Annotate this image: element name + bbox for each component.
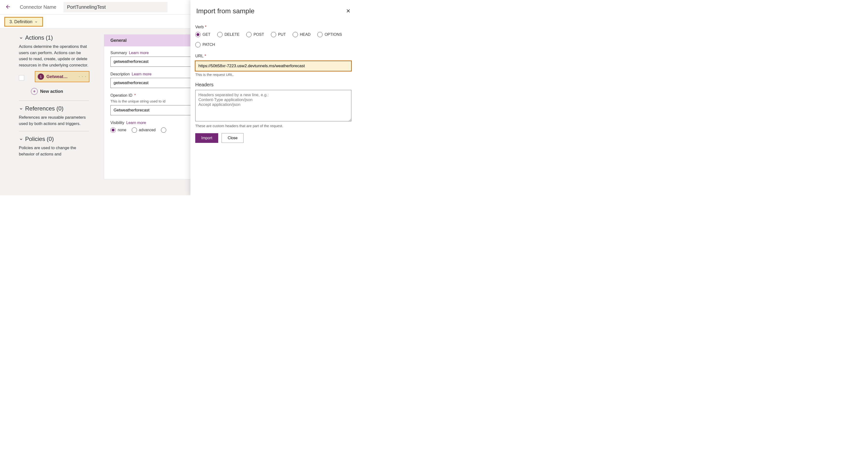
verb-label: DELETE	[224, 32, 240, 37]
verb-radio-post[interactable]: POST	[246, 32, 264, 37]
new-action-button[interactable]: + New action	[29, 87, 89, 96]
radio-icon	[317, 32, 322, 37]
policies-section-header[interactable]: Policies (0)	[19, 136, 89, 142]
radio-icon	[292, 32, 298, 37]
verb-label: GET	[203, 32, 211, 37]
plus-icon: +	[31, 88, 38, 95]
verb-radio-head[interactable]: HEAD	[292, 32, 311, 37]
divider	[19, 100, 89, 101]
verb-label: PUT	[278, 32, 286, 37]
radio-icon	[111, 127, 116, 133]
radio-icon	[161, 127, 166, 133]
verb-label: POST	[253, 32, 264, 37]
panel-title: Import from sample	[196, 7, 254, 15]
radio-icon	[217, 32, 222, 37]
connector-name-input[interactable]	[64, 2, 167, 12]
visibility-radio-more[interactable]	[161, 127, 166, 133]
import-sample-panel: Import from sample ✕ Verb * GETDELETEPOS…	[190, 0, 356, 195]
operation-id-label: Operation ID	[111, 93, 132, 98]
references-description: References are reusable parameters used …	[19, 114, 89, 127]
radio-icon	[271, 32, 276, 37]
visibility-radio-advanced[interactable]: advanced	[132, 127, 156, 133]
more-icon[interactable]: · · ·	[79, 75, 87, 79]
connector-name-label: Connector Name	[20, 4, 56, 10]
left-column: Actions (1) Actions determine the operat…	[0, 29, 97, 195]
visibility-radio-none[interactable]: none	[111, 127, 126, 133]
step-label: 3. Definition	[9, 19, 32, 24]
required-mark: *	[205, 25, 207, 29]
verb-radio-delete[interactable]: DELETE	[217, 32, 240, 37]
headers-help: These are custom headers that are part o…	[195, 124, 351, 128]
description-learn-more-link[interactable]: Learn more	[132, 72, 152, 77]
verb-radio-patch[interactable]: PATCH	[195, 42, 215, 48]
headers-textarea[interactable]	[195, 90, 351, 121]
action-label: Getweat…	[46, 74, 76, 79]
policies-title: Policies (0)	[25, 136, 54, 142]
verb-label: OPTIONS	[324, 32, 342, 37]
back-icon[interactable]	[5, 4, 10, 10]
step-definition-pill[interactable]: 3. Definition	[5, 18, 42, 26]
radio-icon	[195, 32, 200, 37]
new-action-label: New action	[40, 89, 63, 94]
radio-icon	[195, 42, 200, 48]
actions-section-header[interactable]: Actions (1)	[19, 34, 89, 41]
verb-radio-get[interactable]: GET	[195, 32, 211, 37]
import-button[interactable]: Import	[195, 133, 218, 143]
description-label: Description	[111, 72, 130, 77]
visibility-learn-more-link[interactable]: Learn more	[126, 121, 146, 125]
visibility-option-label: none	[118, 128, 126, 132]
close-button[interactable]: Close	[222, 133, 244, 143]
verb-label: HEAD	[300, 32, 311, 37]
chevron-down-icon	[19, 136, 23, 142]
url-input[interactable]	[195, 61, 351, 71]
visibility-label: Visibility	[111, 121, 124, 125]
references-title: References (0)	[25, 105, 64, 112]
visibility-option-label: advanced	[139, 128, 156, 132]
chevron-down-icon	[19, 105, 23, 112]
actions-description: Actions determine the operations that us…	[19, 43, 89, 68]
action-checkbox[interactable]	[19, 75, 24, 81]
chevron-down-icon	[19, 34, 23, 41]
headers-label: Headers	[195, 82, 214, 87]
verb-label: Verb	[195, 25, 204, 29]
chevron-down-icon	[34, 19, 38, 24]
verb-radio-put[interactable]: PUT	[271, 32, 286, 37]
action-item-getweather[interactable]: 1 Getweat… · · ·	[35, 71, 89, 82]
required-mark: *	[134, 93, 136, 98]
verb-label: PATCH	[203, 42, 215, 47]
radio-icon	[246, 32, 252, 37]
actions-title: Actions (1)	[25, 34, 53, 41]
summary-label: Summary	[111, 51, 127, 55]
radio-icon	[132, 127, 137, 133]
summary-learn-more-link[interactable]: Learn more	[129, 51, 149, 55]
url-label: URL	[195, 54, 203, 58]
required-mark: *	[205, 54, 206, 58]
policies-description: Policies are used to change the behavior…	[19, 145, 89, 157]
action-number-badge: 1	[38, 73, 44, 80]
close-icon[interactable]: ✕	[346, 8, 350, 14]
verb-radio-group: GETDELETEPOSTPUTHEADOPTIONSPATCH	[195, 32, 351, 48]
url-help: This is the request URL.	[195, 72, 351, 77]
verb-radio-options[interactable]: OPTIONS	[317, 32, 342, 37]
references-section-header[interactable]: References (0)	[19, 105, 89, 112]
